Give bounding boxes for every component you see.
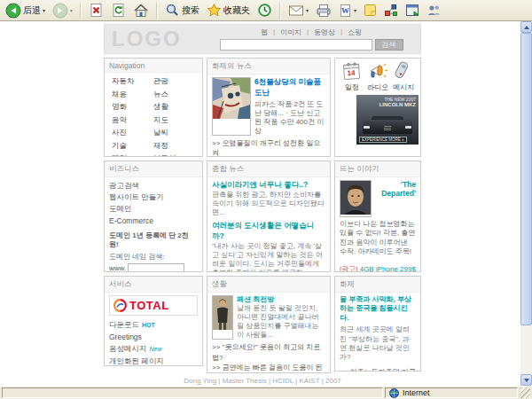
topic-box: 화제 물 부족과 사막화, 부상하는 중국을 침몰시킨다. 최근 세계 곳곳에 … xyxy=(334,276,421,372)
actor-thumbnail[interactable] xyxy=(340,180,372,217)
search-toolbar-button[interactable]: 搜索 xyxy=(162,2,202,19)
site-footer: Dong Ying | Master Thesis | HCIDL | KAIS… xyxy=(104,377,421,385)
news-body: "내가 사는 곳이 정말 좋고, 계속 '살고 싶다'고 자신있게 말하는 것은… xyxy=(212,242,325,272)
service-link-voicemail[interactable]: 음성메시지New xyxy=(109,343,198,356)
edit-dropdown-icon[interactable]: ▾ xyxy=(354,8,356,13)
radio-shortcut[interactable]: 라디오 xyxy=(364,60,390,92)
forward-dropdown-icon[interactable]: ▾ xyxy=(70,8,73,13)
mail-icon xyxy=(288,4,304,17)
nav-item-cars[interactable]: 자동차 xyxy=(112,76,153,87)
favorites-button[interactable]: 收藏夹 xyxy=(204,2,253,19)
total-logo-text: TOTAL xyxy=(129,299,169,312)
vertical-scrollbar[interactable] xyxy=(520,21,532,386)
stop-button[interactable] xyxy=(86,2,106,19)
browser-toolbar: 后退 ▾ ▾ 搜索 收藏夹 ▾ xyxy=(0,0,532,21)
media-button[interactable] xyxy=(403,3,422,18)
business-link-domain[interactable]: 도메인 xyxy=(109,203,198,215)
back-icon xyxy=(5,3,21,19)
total-logo[interactable]: TOTAL xyxy=(109,295,198,316)
general-news-title: 종합 뉴스 xyxy=(207,161,330,177)
life-link[interactable]: >> 금연에는 빠른 걸음이 도움이 된다? xyxy=(212,363,325,373)
quick-tools-box: 14 일정 라디오 메시지 xyxy=(334,58,421,157)
news-headline[interactable]: 여러분의 도시생활은 어떻습니까? xyxy=(212,221,325,242)
lincoln-ad-button[interactable]: EXPERIENCE MORE » xyxy=(359,137,407,143)
hot-news-headline[interactable]: 6천불상당의 미술품 도난 xyxy=(254,77,325,98)
service-link-greetings[interactable]: Greetings xyxy=(109,332,198,344)
mail-dropdown-icon[interactable]: ▾ xyxy=(306,8,309,13)
domain-search-input[interactable] xyxy=(128,263,184,272)
nav-item-finance[interactable]: 재정 xyxy=(153,141,195,152)
svg-text:14: 14 xyxy=(347,69,356,78)
nav-item-tour[interactable]: 관광 xyxy=(153,76,195,87)
news-body: 판촉을 위한 광고, 하지만 소비자를 속이기 위해 의도적으로 디자인됐다면.… xyxy=(212,191,325,217)
tab-shopping[interactable]: 쇼핑 xyxy=(348,27,362,37)
business-link-website[interactable]: 웹사이트 만들기 xyxy=(109,192,198,203)
nav-item-movies[interactable]: 영화 xyxy=(112,102,153,113)
back-label: 后退 xyxy=(23,4,41,17)
print-button[interactable] xyxy=(313,3,334,19)
calendar-shortcut[interactable]: 14 일정 xyxy=(339,60,364,92)
stop-icon xyxy=(89,3,104,18)
nav-item-news[interactable]: 뉴스 xyxy=(153,90,195,100)
yellow-note-icon xyxy=(364,4,377,17)
life-link[interactable]: >> "웃으세요!" 웃음이 최고의 치료법? xyxy=(212,342,325,362)
forward-button[interactable]: ▾ xyxy=(50,2,75,20)
navigation-title: Navigation xyxy=(105,59,202,73)
iphone-ad-link[interactable]: [광고] 4GB iPhone 299$ 부터 xyxy=(340,264,416,272)
service-link-download[interactable]: 다운로드HOT xyxy=(109,319,198,332)
home-button[interactable] xyxy=(130,2,152,20)
search-input[interactable] xyxy=(220,39,372,51)
business-link-adsearch[interactable]: 광고검색 xyxy=(109,180,198,192)
toolbar-separator xyxy=(279,3,281,19)
life-title: 생활 xyxy=(207,277,330,293)
scrollbar-thumb[interactable] xyxy=(520,33,532,325)
back-button[interactable]: 后退 ▾ xyxy=(3,2,48,20)
share-button[interactable] xyxy=(381,3,401,18)
nav-item-life[interactable]: 생활 xyxy=(153,102,195,113)
lincoln-ad[interactable]: THE NEW 2007 LINCOLN MKZ EXPERIENCE MORE… xyxy=(356,95,419,145)
internet-globe-icon xyxy=(389,388,399,398)
refresh-icon xyxy=(111,3,126,18)
scroll-up-button[interactable] xyxy=(520,21,532,33)
back-dropdown-icon[interactable]: ▾ xyxy=(43,8,45,13)
fashion-thumbnail[interactable] xyxy=(212,295,233,340)
nav-item-music[interactable]: 음악 xyxy=(112,115,153,126)
search-button[interactable]: 검색 xyxy=(375,39,403,51)
life-headline[interactable]: 패션 최전방 xyxy=(237,295,325,304)
news-link[interactable]: >> 오염물질이 개구리 성전환 일으켜 xyxy=(212,138,325,157)
tab-video[interactable]: 동영상 xyxy=(314,27,335,37)
scrollbar-track[interactable] xyxy=(520,33,532,374)
resize-grip[interactable] xyxy=(520,387,530,398)
calendar-icon: 14 xyxy=(341,60,363,82)
history-button[interactable] xyxy=(254,2,275,19)
forward-icon xyxy=(52,3,68,19)
news-thumbnail-picasso[interactable] xyxy=(212,77,251,136)
security-zone-pane: Internet xyxy=(385,387,518,398)
scroll-down-button[interactable] xyxy=(520,374,532,386)
notes-button[interactable] xyxy=(361,3,379,18)
nav-item-realestate[interactable]: 부동산 xyxy=(153,153,195,157)
message-shortcut[interactable]: 메시지 xyxy=(391,60,417,92)
rising-story-headline[interactable]: 'The Departed' xyxy=(375,180,416,217)
edit-button[interactable]: W ▾ xyxy=(336,3,359,19)
tab-image[interactable]: 이미지 xyxy=(280,27,301,37)
nav-item-tech[interactable]: 기술 xyxy=(112,141,153,152)
nav-item-maps[interactable]: 지도 xyxy=(153,115,195,126)
topic-body: 최근 세계 곳곳에 알려진 "부상하는 중국", 과연 현실로 나타날 것인가? xyxy=(340,325,416,363)
mail-button[interactable]: ▾ xyxy=(286,3,311,18)
history-icon xyxy=(257,3,272,18)
nav-item-jobs[interactable]: 채용 xyxy=(112,90,153,100)
hot-news-box: 화제의 뉴스 6천불상당의 미술품 도난 피카소 작품 2건 또 도난 당해..… xyxy=(207,58,331,157)
topic-link[interactable]: >> 이주노동자주택 기금 xyxy=(340,367,416,372)
portal-content: LOGO 웹 | 이미지 | 동영상 | 쇼핑 xyxy=(104,24,421,385)
service-link-personalized[interactable]: 개인화된 페이지 xyxy=(109,356,198,366)
nav-item-photos[interactable]: 사진 xyxy=(112,128,153,138)
topic-headline[interactable]: 물 부족과 사막화, 부상하는 중국을 침몰시킨다. xyxy=(340,295,416,323)
contacts-button[interactable] xyxy=(424,3,444,18)
tab-web[interactable]: 웹 xyxy=(261,27,268,37)
refresh-button[interactable] xyxy=(108,2,129,19)
nav-item-games[interactable]: 게임 xyxy=(112,153,153,157)
business-link-ecommerce[interactable]: E-Commerce xyxy=(109,215,198,227)
nav-item-weather[interactable]: 날씨 xyxy=(153,128,195,138)
news-headline[interactable]: 사실이라기엔 너무나 좋다..? xyxy=(212,180,325,191)
